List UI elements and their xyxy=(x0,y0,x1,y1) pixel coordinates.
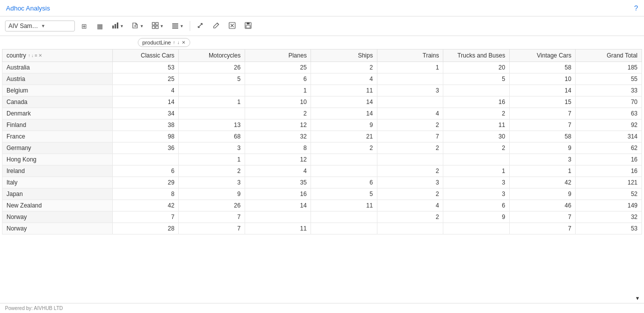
table-view-button[interactable]: ▦ xyxy=(93,20,107,32)
pivot-table: country ↑ ↓ ≡ ✕ Cl xyxy=(2,49,642,234)
data-cell: 6 xyxy=(112,166,179,177)
view-button[interactable]: ▼ xyxy=(169,20,187,32)
chart-icon xyxy=(112,22,119,30)
data-cell: 1 xyxy=(377,62,443,74)
data-cell: 9 xyxy=(311,120,377,131)
data-cell: 29 xyxy=(112,177,179,188)
data-cell: 70 xyxy=(576,96,642,108)
country-cell: Austria xyxy=(2,74,113,85)
data-cell: 33 xyxy=(576,85,642,96)
country-cell: Canada xyxy=(2,96,113,108)
export-icon xyxy=(132,22,139,30)
table-scroll-area[interactable]: country ↑ ↓ ≡ ✕ Cl xyxy=(2,49,642,301)
data-cell xyxy=(443,223,510,234)
delete-button[interactable] xyxy=(225,20,239,32)
svg-rect-13 xyxy=(246,26,250,28)
data-cell: 62 xyxy=(576,142,642,154)
data-cell: 63 xyxy=(576,108,642,120)
country-cell: France xyxy=(2,131,113,142)
data-cell: 3 xyxy=(377,85,443,96)
data-cell: 26 xyxy=(179,200,245,212)
country-close-icon[interactable]: ✕ xyxy=(38,53,42,58)
data-cell: 52 xyxy=(576,188,642,200)
help-icon[interactable]: ? xyxy=(634,4,638,12)
data-cell: 2 xyxy=(377,212,443,223)
table-row: Austria2556451055 xyxy=(2,74,642,85)
data-cell: 26 xyxy=(179,62,245,74)
data-cell: 2 xyxy=(377,120,443,131)
table-row: Australia532625212058185 xyxy=(2,62,642,74)
data-cell: 42 xyxy=(509,177,576,188)
data-cell: 35 xyxy=(245,177,311,188)
table-body: Australia532625212058185Austria255645105… xyxy=(2,62,642,234)
app-container: Adhoc Analysis ? AIV Sample Re... ▼ ⊞ ▦ … xyxy=(0,0,644,313)
table-row: Denmark3421442763 xyxy=(2,108,642,120)
save-button[interactable] xyxy=(241,20,255,32)
export-button[interactable]: ▼ xyxy=(129,20,147,32)
data-cell: 11 xyxy=(245,223,311,234)
datasource-label: AIV Sample Re... xyxy=(8,22,39,30)
pill-sort-asc-icon[interactable]: ↑ xyxy=(173,40,176,45)
table-header: country ↑ ↓ ≡ ✕ Cl xyxy=(2,50,642,62)
data-cell: 7 xyxy=(179,212,245,223)
data-cell: 20 xyxy=(443,62,510,74)
table-row: Belgium411131433 xyxy=(2,85,642,96)
data-cell: 10 xyxy=(509,74,576,85)
country-sort-asc-icon[interactable]: ↑ xyxy=(28,53,30,58)
toolbar: AIV Sample Re... ▼ ⊞ ▦ ▼ ▼ ▼ xyxy=(0,16,644,36)
country-sort-desc-icon[interactable]: ↓ xyxy=(31,53,34,58)
footer: Powered by: AIVHUB LTD xyxy=(0,303,644,313)
country-filter-icon[interactable]: ≡ xyxy=(34,53,37,58)
data-cell: 5 xyxy=(443,74,510,85)
separator-1 xyxy=(190,21,190,31)
country-cell: Norway xyxy=(2,223,113,234)
data-cell: 3 xyxy=(509,154,576,166)
svg-rect-3 xyxy=(152,22,155,25)
country-cell: Australia xyxy=(2,62,113,74)
data-cell: 7 xyxy=(112,212,179,223)
data-cell: 3 xyxy=(443,188,510,200)
scroll-down-icon[interactable]: ▼ xyxy=(635,296,640,301)
table-row: New Zealand422614114646149 xyxy=(2,200,642,212)
data-cell: 36 xyxy=(112,142,179,154)
pivot-button[interactable] xyxy=(193,20,207,32)
grid-view-button[interactable]: ⊞ xyxy=(77,20,91,32)
layout-button[interactable]: ▼ xyxy=(149,20,167,32)
data-cell: 12 xyxy=(245,120,311,131)
data-cell: 121 xyxy=(576,177,642,188)
data-cell: 6 xyxy=(443,200,510,212)
delete-icon xyxy=(229,22,236,30)
col-header-row: productLine ↑ ↓ ✕ xyxy=(2,38,642,49)
datasource-arrow-icon: ▼ xyxy=(41,24,71,28)
svg-rect-7 xyxy=(172,24,178,24)
data-cell: 58 xyxy=(509,131,576,142)
data-cell: 3 xyxy=(377,177,443,188)
svg-rect-4 xyxy=(156,22,158,25)
content-area: productLine ↑ ↓ ✕ country xyxy=(0,36,644,303)
pill-close-icon[interactable]: ✕ xyxy=(182,40,186,45)
pivot-icon xyxy=(197,22,204,30)
data-cell: 16 xyxy=(245,188,311,200)
data-cell: 5 xyxy=(179,74,245,85)
grand-total-header: Grand Total xyxy=(576,50,642,62)
data-cell: 9 xyxy=(509,188,576,200)
vintage-cars-header: Vintage Cars xyxy=(509,50,576,62)
chart-button[interactable]: ▼ xyxy=(109,20,127,32)
edit-button[interactable] xyxy=(209,20,223,32)
data-cell: 12 xyxy=(245,154,311,166)
data-cell: 2 xyxy=(245,108,311,120)
country-cell: Finland xyxy=(2,120,113,131)
data-cell xyxy=(443,154,510,166)
product-line-pill: productLine ↑ ↓ ✕ xyxy=(138,38,190,47)
table-row: Ireland62421116 xyxy=(2,166,642,177)
data-cell: 53 xyxy=(576,223,642,234)
product-line-label: productLine xyxy=(142,40,171,46)
country-cell: Hong Kong xyxy=(2,154,113,166)
data-cell: 2 xyxy=(377,142,443,154)
data-cell: 58 xyxy=(509,62,576,74)
data-cell: 25 xyxy=(245,62,311,74)
data-cell: 11 xyxy=(311,200,377,212)
datasource-dropdown[interactable]: AIV Sample Re... ▼ xyxy=(5,20,75,32)
pill-sort-desc-icon[interactable]: ↓ xyxy=(177,40,180,45)
data-cell xyxy=(311,212,377,223)
